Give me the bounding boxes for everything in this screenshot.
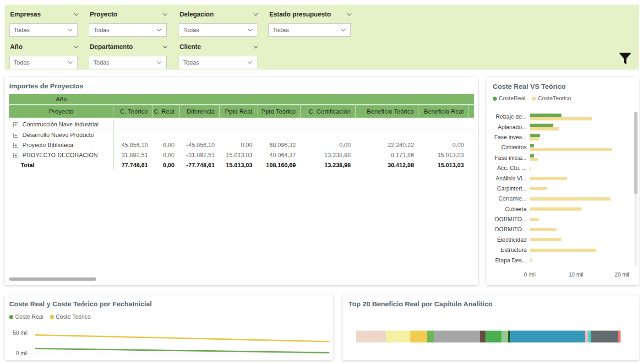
bar-costeteorico-acc-cto[interactable] bbox=[530, 167, 531, 170]
bar-costeteorico-rebaje-de[interactable] bbox=[530, 117, 592, 120]
stacked-segment-1[interactable] bbox=[356, 331, 386, 342]
column-header-c-teorico[interactable]: C. Teórico bbox=[114, 105, 153, 118]
line-chart-title: Coste Real y Coste Teórico por FechaInic… bbox=[9, 300, 152, 308]
bar-category-label: Cerramie... bbox=[486, 196, 530, 202]
slicer-estado-presupuesto-value: Todas bbox=[273, 27, 289, 33]
slicer-departamento-dropdown[interactable]: Todas bbox=[89, 56, 167, 69]
expand-icon[interactable]: + bbox=[13, 122, 18, 127]
line-series-coste-teorico[interactable] bbox=[36, 335, 329, 342]
bar-row-cimientos: Cimientos bbox=[486, 142, 632, 152]
bar-costeteorico-aplanado[interactable] bbox=[530, 127, 559, 130]
bar-category-label: Análisis Vi... bbox=[486, 175, 530, 182]
table-total-cell: -77.748,61 bbox=[179, 160, 219, 170]
table-horizontal-scrollbar[interactable] bbox=[9, 277, 96, 281]
column-header-ppto-real[interactable]: Ppto Real bbox=[219, 105, 257, 118]
slicer-empresas-label: Empresas bbox=[10, 11, 41, 18]
bar-costeteorico-dormito[interactable] bbox=[530, 228, 556, 231]
bar-costeteorico-cerramie[interactable] bbox=[530, 197, 610, 201]
expand-icon[interactable]: + bbox=[13, 143, 18, 148]
slicer-empresas-dropdown[interactable]: Todas bbox=[9, 23, 78, 37]
stacked-segment-5[interactable] bbox=[434, 331, 480, 342]
column-header-beneficio-real[interactable]: Beneficio Real bbox=[419, 105, 469, 118]
table-total-cell: 30.412,08 bbox=[355, 160, 419, 170]
slicer-departamento-header[interactable]: Departamento bbox=[89, 43, 167, 51]
table-cell bbox=[469, 140, 474, 150]
chevron-down-icon bbox=[68, 60, 73, 64]
table-cell: 45.856,10 bbox=[114, 140, 153, 150]
slicer-cliente-header[interactable]: Cliente bbox=[179, 43, 257, 51]
table-cell bbox=[469, 150, 474, 160]
bar-row-carpinteri: Carpinteri... bbox=[486, 184, 632, 194]
stacked-segment-13[interactable] bbox=[591, 331, 618, 342]
stacked-segment-4[interactable] bbox=[427, 331, 434, 342]
chevron-down-icon bbox=[74, 43, 79, 48]
stacked-segment-8[interactable] bbox=[501, 331, 508, 342]
slicer-proyecto-header[interactable]: Proyecto bbox=[89, 10, 167, 18]
bar-chart-title: Coste Real VS Teórico bbox=[493, 82, 566, 90]
bar-category-label: DORMITO... bbox=[486, 216, 530, 223]
stacked-segment-10[interactable] bbox=[510, 331, 585, 342]
matrix-row-header-proyecto[interactable]: Proyecto bbox=[9, 105, 114, 118]
stacked-segment-2[interactable] bbox=[386, 331, 410, 342]
line-series-coste-real[interactable] bbox=[36, 348, 329, 353]
bar-category-label: Cimientos bbox=[486, 144, 530, 151]
stacked-segment-3[interactable] bbox=[410, 331, 427, 342]
bar-chart-legend: CosteRealCosteTeorico bbox=[493, 95, 571, 102]
x-axis-tick: 20 mil bbox=[615, 272, 629, 278]
slicer-cliente-label: Cliente bbox=[180, 43, 201, 50]
column-header-c-real[interactable]: C. Real bbox=[153, 105, 179, 118]
bar-row-electricidad: Electricidad bbox=[486, 235, 632, 245]
bar-costereal-aplanado[interactable] bbox=[530, 124, 553, 127]
slicer-cliente-dropdown[interactable]: Todas bbox=[179, 56, 257, 69]
slicer-empresas-header[interactable]: Empresas bbox=[9, 10, 78, 18]
bar-costeteorico-cimientos[interactable] bbox=[530, 148, 612, 151]
slicer-ano-header[interactable]: Año bbox=[9, 43, 78, 51]
table-cell: 68.096,32 bbox=[257, 140, 300, 150]
slicer-ano-label: Año bbox=[10, 43, 22, 50]
table-cell bbox=[257, 120, 300, 130]
column-header-c-certificacion[interactable]: C. Certificación bbox=[300, 105, 355, 118]
table-total-row: Total77.748,610,00-77.748,6115.013,03108… bbox=[9, 160, 474, 170]
legend-item-coste-real[interactable]: Coste Real bbox=[9, 314, 44, 320]
bar-costeteorico-dormito[interactable] bbox=[530, 218, 539, 221]
legend-item-coste-teorico[interactable]: Coste Teórico bbox=[50, 314, 91, 320]
stacked-segment-6[interactable] bbox=[480, 331, 485, 342]
stacked-segment-14[interactable] bbox=[618, 331, 621, 342]
bar-costeteorico-fase-inves[interactable] bbox=[530, 137, 539, 141]
matrix-row-header-ano[interactable]: Año bbox=[9, 94, 114, 105]
bar-costeteorico-cubierta[interactable] bbox=[530, 207, 582, 211]
stacked-segment-7[interactable] bbox=[485, 331, 501, 342]
legend-dot-icon bbox=[532, 97, 536, 101]
bar-costereal-fase-inves[interactable] bbox=[530, 134, 540, 137]
legend-item-costereal[interactable]: CosteReal bbox=[493, 95, 525, 102]
table-cell bbox=[355, 120, 419, 130]
legend-item-costeteorico[interactable]: CosteTeorico bbox=[532, 95, 571, 102]
bar-costeteorico-carpinteri[interactable] bbox=[530, 187, 547, 190]
slicer-ano-value: Todas bbox=[14, 59, 30, 66]
bar-costereal-rebaje-de[interactable] bbox=[530, 114, 561, 117]
importes-table: Año Proyecto C. TeóricoC. RealDiferencia… bbox=[9, 94, 474, 170]
column-header-beneficio-teorico[interactable]: Beneficio Teórico bbox=[355, 105, 419, 118]
expand-icon[interactable]: + bbox=[13, 133, 18, 138]
slicer-estado-presupuesto-dropdown[interactable]: Todas bbox=[268, 23, 351, 37]
slicer-delegacion-header[interactable]: Delegacion bbox=[179, 10, 257, 18]
bar-chart-scrollbar-thumb[interactable] bbox=[634, 112, 638, 194]
slicer-proyecto-dropdown[interactable]: Todas bbox=[89, 23, 167, 37]
slicer-ano-dropdown[interactable]: Todas bbox=[9, 56, 78, 69]
column-header-ppto-teorico[interactable]: Ppto Teórico bbox=[257, 105, 300, 118]
bar-costeteorico-analisis-vi[interactable] bbox=[530, 177, 567, 180]
expand-icon[interactable]: + bbox=[13, 153, 18, 158]
bar-costeteorico-etapa-des[interactable] bbox=[530, 259, 532, 262]
bar-costereal-cimientos[interactable] bbox=[530, 144, 534, 147]
bar-costeteorico-estructura[interactable] bbox=[530, 249, 596, 252]
table-cell bbox=[219, 120, 257, 130]
slicer-estado-presupuesto-header[interactable]: Estado presupuesto bbox=[268, 10, 351, 18]
filter-funnel-icon[interactable] bbox=[617, 50, 633, 67]
legend-label: CosteTeorico bbox=[538, 95, 571, 102]
bar-costeteorico-fase-inicia[interactable] bbox=[530, 158, 538, 161]
bar-chart-x-axis: 0 mil10 mil20 mil bbox=[486, 272, 639, 279]
bar-costeteorico-electricidad[interactable] bbox=[530, 238, 561, 241]
bar-costereal-fase-inicia[interactable] bbox=[530, 154, 534, 158]
slicer-delegacion-dropdown[interactable]: Todas bbox=[179, 23, 257, 37]
column-header-diferencia[interactable]: Diferencia bbox=[179, 105, 219, 118]
